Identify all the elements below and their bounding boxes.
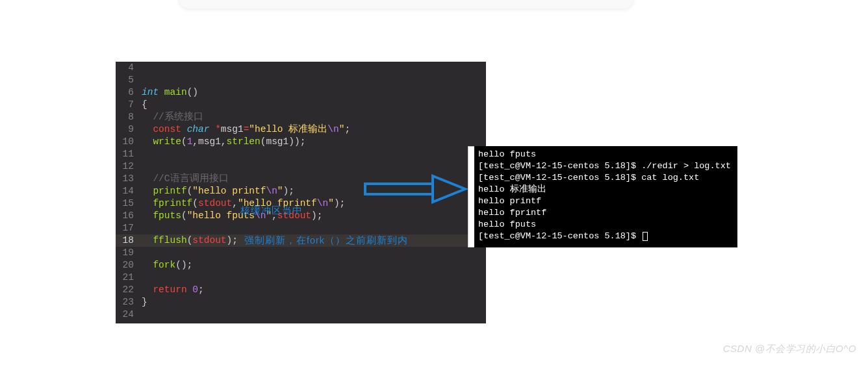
code-content: //系统接口	[142, 111, 203, 123]
code-line: 21	[116, 271, 486, 284]
svg-rect-0	[365, 184, 433, 194]
line-number: 10	[116, 136, 142, 148]
svg-marker-1	[433, 176, 465, 202]
code-content: {	[142, 99, 147, 111]
terminal-window: hello fputs[test_c@VM-12-15-centos 5.18]…	[468, 146, 737, 247]
line-number: 23	[116, 296, 142, 308]
arrow-icon	[364, 172, 468, 205]
line-number: 12	[116, 160, 142, 173]
line-number: 17	[116, 222, 142, 234]
line-number: 20	[116, 259, 142, 271]
watermark: CSDN @不会学习的小白O^O	[723, 343, 856, 355]
top-card	[179, 0, 633, 8]
code-line: 8 //系统接口	[116, 111, 486, 123]
code-line: 5	[116, 74, 486, 86]
code-content: int main()	[142, 86, 198, 99]
terminal-line: [test_c@VM-12-15-centos 5.18]$ cat log.t…	[478, 172, 734, 184]
code-content: printf("hello printf\n");	[142, 185, 294, 197]
line-number: 14	[116, 185, 142, 197]
terminal-line: hello printf	[478, 195, 734, 207]
terminal-line: [test_c@VM-12-15-centos 5.18]$ ./redir >…	[478, 160, 734, 172]
line-number: 9	[116, 123, 142, 136]
line-number: 22	[116, 284, 142, 296]
code-line: 19	[116, 247, 486, 259]
code-content: fflush(stdout);	[142, 234, 238, 247]
line-number: 21	[116, 271, 142, 284]
code-content: fork();	[142, 259, 192, 271]
terminal-line: hello fputs	[478, 219, 734, 231]
line-number: 19	[116, 247, 142, 259]
line-number: 5	[116, 74, 142, 86]
code-line: 7{	[116, 99, 486, 111]
code-line: 12	[116, 160, 486, 173]
code-content: write(1,msg1,strlen(msg1));	[142, 136, 305, 148]
terminal-scrollbar[interactable]	[468, 146, 474, 247]
code-line: 10 write(1,msg1,strlen(msg1));	[116, 136, 486, 148]
code-content: //C语言调用接口	[142, 173, 229, 185]
cursor-icon	[643, 232, 648, 241]
terminal-line: hello fprintf	[478, 207, 734, 219]
line-number: 6	[116, 86, 142, 99]
code-line: 9 const char *msg1="hello 标准输出\n";	[116, 123, 486, 136]
line-number: 16	[116, 210, 142, 222]
code-line: 22 return 0;	[116, 284, 486, 296]
annotation: 强制刷新，在fork（）之前刷新到内	[244, 234, 408, 247]
code-line: 11	[116, 148, 486, 160]
terminal-line: [test_c@VM-12-15-centos 5.18]$	[478, 231, 734, 242]
line-number: 18	[116, 234, 142, 247]
line-number: 13	[116, 173, 142, 185]
terminal-output: hello fputs[test_c@VM-12-15-centos 5.18]…	[474, 146, 737, 247]
line-number: 11	[116, 148, 142, 160]
code-line: 23}	[116, 296, 486, 308]
line-number: 4	[116, 62, 142, 74]
code-content: const char *msg1="hello 标准输出\n";	[142, 123, 350, 136]
terminal-line: hello fputs	[478, 149, 734, 160]
code-line: 20 fork();	[116, 259, 486, 271]
code-line: 18 fflush(stdout);强制刷新，在fork（）之前刷新到内	[116, 234, 486, 247]
terminal-line: hello 标准输出	[478, 184, 734, 195]
annotation-line2: 核缓冲区当中	[240, 205, 303, 217]
line-number: 7	[116, 99, 142, 111]
code-line: 6int main()	[116, 86, 486, 99]
code-content: }	[142, 296, 147, 308]
code-content: return 0;	[142, 284, 204, 296]
line-number: 15	[116, 197, 142, 210]
line-number: 8	[116, 111, 142, 123]
code-line: 24	[116, 308, 486, 321]
code-line: 4	[116, 62, 486, 74]
line-number: 24	[116, 308, 142, 321]
code-line: 17	[116, 222, 486, 234]
